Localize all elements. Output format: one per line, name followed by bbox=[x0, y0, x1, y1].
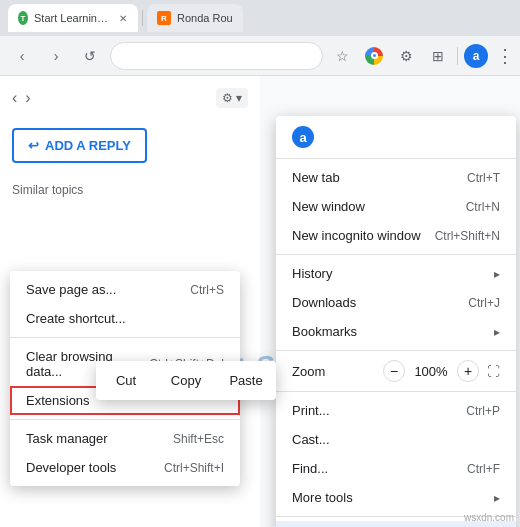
browser-frame: T Start Learning at Tree ✕ R Ronda Rou ‹… bbox=[0, 0, 520, 527]
tab1-close[interactable]: ✕ bbox=[118, 11, 128, 25]
edit-copy-button[interactable]: Copy bbox=[156, 365, 216, 396]
menu-more-tools[interactable]: More tools ▸ bbox=[276, 483, 516, 512]
menu-bookmarks-arrow: ▸ bbox=[494, 325, 500, 339]
menu-new-tab[interactable]: New tab Ctrl+T bbox=[276, 163, 516, 192]
forward-button[interactable]: › bbox=[42, 42, 70, 70]
menu-new-incognito-label: New incognito window bbox=[292, 228, 421, 243]
tab-1[interactable]: T Start Learning at Tree ✕ bbox=[8, 4, 138, 32]
add-reply-button[interactable]: ↩ ADD A REPLY bbox=[12, 128, 147, 163]
chrome-logo-icon bbox=[361, 43, 387, 69]
edit-paste-button[interactable]: Paste bbox=[216, 365, 276, 396]
ctx-extensions-label: Extensions bbox=[26, 393, 90, 408]
page-back-icon[interactable]: ‹ bbox=[12, 89, 17, 107]
ctx-create-shortcut-label: Create shortcut... bbox=[26, 311, 126, 326]
menu-history-label: History bbox=[292, 266, 332, 281]
similar-topics-label: Similar topics bbox=[12, 183, 248, 197]
menu-cast-label: Cast... bbox=[292, 432, 330, 447]
back-button[interactable]: ‹ bbox=[8, 42, 36, 70]
menu-zoom-row: Zoom − 100% + ⛶ bbox=[276, 355, 516, 387]
ctx-save-page-label: Save page as... bbox=[26, 282, 116, 297]
menu-new-window[interactable]: New window Ctrl+N bbox=[276, 192, 516, 221]
ctx-save-page-shortcut: Ctrl+S bbox=[190, 283, 224, 297]
tab-divider bbox=[142, 10, 143, 26]
menu-find[interactable]: Find... Ctrl+F bbox=[276, 454, 516, 483]
menu-new-incognito[interactable]: New incognito window Ctrl+Shift+N bbox=[276, 221, 516, 250]
profile-avatar[interactable]: a bbox=[464, 44, 488, 68]
menu-profile-avatar: a bbox=[292, 126, 314, 148]
page-gear-button[interactable]: ⚙ ▾ bbox=[216, 88, 248, 108]
tab1-title: Start Learning at Tree bbox=[34, 12, 110, 24]
extensions-icon[interactable]: ⚙ bbox=[393, 43, 419, 69]
menu-print-label: Print... bbox=[292, 403, 330, 418]
menu-downloads-shortcut: Ctrl+J bbox=[468, 296, 500, 310]
ctx-developer-tools-label: Developer tools bbox=[26, 460, 116, 475]
edit-copy-label: Copy bbox=[171, 373, 201, 388]
tab2-favicon: R bbox=[157, 11, 171, 25]
chrome-menu-button[interactable]: ⋮ bbox=[496, 45, 512, 67]
zoom-plus-button[interactable]: + bbox=[457, 360, 479, 382]
menu-more-tools-label: More tools bbox=[292, 490, 353, 505]
menu-sep2 bbox=[276, 350, 516, 351]
menu-print-shortcut: Ctrl+P bbox=[466, 404, 500, 418]
ctx-task-manager-shortcut: Shift+Esc bbox=[173, 432, 224, 446]
ctx-developer-tools[interactable]: Developer tools Ctrl+Shift+I bbox=[10, 453, 240, 482]
page-content: ‹ › ⚙ ▾ ↩ ADD A REPLY Similar topics APP… bbox=[0, 76, 520, 527]
add-reply-arrow-icon: ↩ bbox=[28, 138, 39, 153]
ctx-sep1 bbox=[10, 337, 240, 338]
tab-2[interactable]: R Ronda Rou bbox=[147, 4, 243, 32]
zoom-value: 100% bbox=[413, 364, 449, 379]
tab2-title: Ronda Rou bbox=[177, 12, 233, 24]
ctx-sep2 bbox=[10, 419, 240, 420]
page-forward-icon[interactable]: › bbox=[25, 89, 30, 107]
toolbar-divider bbox=[457, 47, 458, 65]
menu-bookmarks[interactable]: Bookmarks ▸ bbox=[276, 317, 516, 346]
edit-cut-button[interactable]: Cut bbox=[96, 365, 156, 396]
menu-new-incognito-shortcut: Ctrl+Shift+N bbox=[435, 229, 500, 243]
zoom-minus-button[interactable]: − bbox=[383, 360, 405, 382]
menu-profile-row[interactable]: a bbox=[276, 120, 516, 154]
page-nav: ‹ › ⚙ ▾ bbox=[12, 88, 248, 108]
menu-sep-profile bbox=[276, 158, 516, 159]
menu-find-label: Find... bbox=[292, 461, 328, 476]
menu-sep1 bbox=[276, 254, 516, 255]
menu-bookmarks-label: Bookmarks bbox=[292, 324, 357, 339]
edit-cut-label: Cut bbox=[116, 373, 136, 388]
zoom-expand-button[interactable]: ⛶ bbox=[487, 364, 500, 379]
tab1-favicon: T bbox=[18, 11, 28, 25]
address-bar[interactable] bbox=[110, 42, 323, 70]
menu-more-tools-arrow: ▸ bbox=[494, 491, 500, 505]
ctx-save-page[interactable]: Save page as... Ctrl+S bbox=[10, 275, 240, 304]
menu-downloads-label: Downloads bbox=[292, 295, 356, 310]
edit-paste-label: Paste bbox=[229, 373, 262, 388]
zoom-controls: − 100% + ⛶ bbox=[383, 360, 500, 382]
edit-submenu: Cut Copy Paste bbox=[96, 361, 276, 400]
ctx-task-manager[interactable]: Task manager Shift+Esc bbox=[10, 424, 240, 453]
menu-downloads[interactable]: Downloads Ctrl+J bbox=[276, 288, 516, 317]
menu-find-shortcut: Ctrl+F bbox=[467, 462, 500, 476]
bookmark-star-icon[interactable]: ☆ bbox=[329, 43, 355, 69]
ctx-developer-tools-shortcut: Ctrl+Shift+I bbox=[164, 461, 224, 475]
menu-new-tab-shortcut: Ctrl+T bbox=[467, 171, 500, 185]
menu-sep3 bbox=[276, 391, 516, 392]
menu-zoom-label: Zoom bbox=[292, 364, 325, 379]
menu-history-arrow: ▸ bbox=[494, 267, 500, 281]
reload-button[interactable]: ↺ bbox=[76, 42, 104, 70]
tab-strip: T Start Learning at Tree ✕ R Ronda Rou bbox=[0, 0, 520, 36]
watermark: wsxdn.com bbox=[464, 512, 514, 523]
context-menu-main: a New tab Ctrl+T New window Ctrl+N New i… bbox=[276, 116, 516, 527]
ctx-task-manager-label: Task manager bbox=[26, 431, 108, 446]
menu-print[interactable]: Print... Ctrl+P bbox=[276, 396, 516, 425]
add-reply-label: ADD A REPLY bbox=[45, 138, 131, 153]
ctx-create-shortcut[interactable]: Create shortcut... bbox=[10, 304, 240, 333]
menu-new-window-shortcut: Ctrl+N bbox=[466, 200, 500, 214]
menu-new-window-label: New window bbox=[292, 199, 365, 214]
menu-history[interactable]: History ▸ bbox=[276, 259, 516, 288]
extensions-puzzle-icon[interactable]: ⊞ bbox=[425, 43, 451, 69]
menu-new-tab-label: New tab bbox=[292, 170, 340, 185]
browser-toolbar: ‹ › ↺ ☆ ⚙ ⊞ a ⋮ bbox=[0, 36, 520, 76]
menu-cast[interactable]: Cast... bbox=[276, 425, 516, 454]
